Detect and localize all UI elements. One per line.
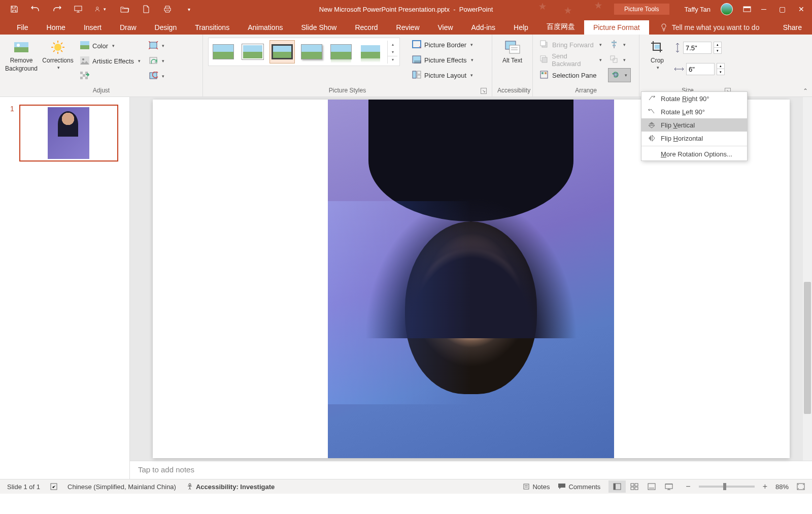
style-item[interactable] [358,40,383,63]
user-avatar[interactable] [721,3,733,15]
zoom-in-button[interactable]: + [763,482,767,491]
tab-view[interactable]: View [429,20,462,35]
tab-transitions[interactable]: Transitions [186,20,239,35]
selection-pane-button[interactable]: Selection Pane [538,68,604,82]
style-item[interactable] [328,40,354,63]
decorative-icon[interactable] [50,483,57,490]
language-indicator[interactable]: Chinese (Simplified, Mainland China) [67,483,176,491]
width-input[interactable]: ▴▾ [674,63,725,75]
tab-file[interactable]: File [8,20,38,35]
tab-help[interactable]: Help [504,20,537,35]
group-button[interactable]: ▾ [608,53,631,67]
bring-forward-button[interactable]: Bring Forward▾ [538,38,604,52]
width-spinner[interactable]: ▴▾ [717,63,725,75]
height-field[interactable] [683,42,712,54]
align-button[interactable]: ▾ [608,38,631,52]
tell-me-search[interactable]: Tell me what you want to do [657,20,763,35]
svg-rect-51 [655,45,660,49]
ribbon-display-icon[interactable] [743,6,751,12]
tab-baidu[interactable]: 百度网盘 [537,19,584,35]
color-button[interactable]: Color▾ [78,39,143,53]
normal-view-button[interactable] [608,480,626,493]
corrections-button[interactable]: Corrections▾ [42,38,74,71]
maximize-button[interactable]: ▢ [779,5,786,13]
reset-picture-button[interactable]: ▾ [147,69,166,83]
tab-draw[interactable]: Draw [111,20,146,35]
save-icon[interactable] [9,4,19,14]
picture-styles-gallery[interactable]: ▴▾▾ [208,38,400,66]
undo-icon[interactable] [30,4,41,14]
send-backward-button[interactable]: Send Backward▾ [538,53,604,67]
tab-picture-format[interactable]: Picture Format [584,20,649,35]
notes-pane[interactable]: Tap to add notes [130,461,812,479]
sorter-view-button[interactable] [626,480,643,493]
width-field[interactable] [686,63,715,75]
redo-icon[interactable] [52,4,62,14]
print-icon[interactable] [162,4,173,14]
rotate-menu: Rotate Right 90° Rotate Left 90° Flip Ve… [641,91,748,161]
dialog-launcher-icon[interactable]: ↘ [481,88,487,94]
change-picture-button[interactable]: ▾ [147,54,166,68]
tab-home[interactable]: Home [38,20,75,35]
inserted-picture[interactable] [328,100,614,458]
gallery-more-button[interactable]: ▴▾▾ [387,41,397,63]
slide-indicator[interactable]: Slide 1 of 1 [7,483,40,491]
rotate-left-item[interactable]: Rotate Left 90° [641,105,747,118]
window-title: New Microsoft PowerPoint Presentation.pp… [319,6,493,13]
share-button[interactable]: Share [773,20,812,35]
remove-background-button[interactable]: Remove Background [5,38,38,73]
collapse-ribbon-button[interactable]: ⌃ [803,87,808,94]
new-doc-icon[interactable] [141,4,151,14]
style-item[interactable] [299,40,324,63]
accessibility-indicator[interactable]: Accessibility: Investigate [186,483,275,491]
zoom-slider[interactable] [699,486,755,488]
rotate-button[interactable]: ▾ [608,68,631,82]
vertical-scrollbar[interactable] [803,97,812,461]
crop-button[interactable]: Crop▾ [645,38,670,71]
tab-addins[interactable]: Add-ins [462,20,504,35]
zoom-level[interactable]: 88% [775,483,789,491]
more-rotation-item[interactable]: More Rotation Options... [641,147,747,160]
svg-rect-43 [542,72,544,74]
open-icon[interactable] [120,4,130,14]
reading-view-button[interactable] [643,480,660,493]
tab-insert[interactable]: Insert [75,20,111,35]
svg-line-12 [53,43,55,44]
qat-more-icon[interactable]: ▾ [184,4,194,14]
flip-vertical-item[interactable]: Flip Vertical [641,118,747,132]
svg-point-6 [17,44,20,47]
tab-review[interactable]: Review [387,20,429,35]
style-item[interactable] [240,40,265,63]
zoom-out-button[interactable]: − [686,482,690,491]
present-icon[interactable] [73,4,83,14]
svg-rect-54 [524,484,529,489]
notes-button[interactable]: Notes [523,483,550,491]
svg-rect-49 [613,58,617,62]
rotate-right-item[interactable]: Rotate Right 90° [641,92,747,105]
tab-design[interactable]: Design [146,20,186,35]
compress-pictures-button[interactable]: ▾ [147,39,166,53]
status-bar: Slide 1 of 1 Chinese (Simplified, Mainla… [0,479,812,494]
minimize-button[interactable]: ─ [761,5,766,13]
picture-border-button[interactable]: Picture Border▾ [410,38,476,52]
artistic-effects-button[interactable]: Artistic Effects▾ [78,54,143,68]
flip-horizontal-item[interactable]: Flip Horizontal [641,132,747,145]
style-item[interactable] [211,40,236,63]
tab-record[interactable]: Record [346,20,387,35]
comments-button[interactable]: Comments [558,483,600,491]
alt-text-button[interactable]: Alt Text [498,38,527,65]
height-spinner[interactable]: ▴▾ [714,42,722,54]
height-input[interactable]: ▴▾ [674,42,725,54]
tab-animations[interactable]: Animations [239,20,292,35]
group-label-adjust: Adjust [5,85,197,95]
user-dropdown-icon[interactable]: ▾ [94,4,109,14]
picture-layout-button[interactable]: Picture Layout▾ [410,68,476,82]
slide-thumbnail[interactable] [19,105,118,162]
picture-effects-button[interactable]: Picture Effects▾ [410,53,476,67]
fit-to-window-button[interactable] [797,483,805,490]
style-item[interactable] [269,40,295,63]
tab-slideshow[interactable]: Slide Show [292,20,346,35]
slideshow-view-button[interactable] [660,480,678,493]
transparency-button[interactable] [78,69,143,83]
close-button[interactable]: ✕ [798,5,804,13]
